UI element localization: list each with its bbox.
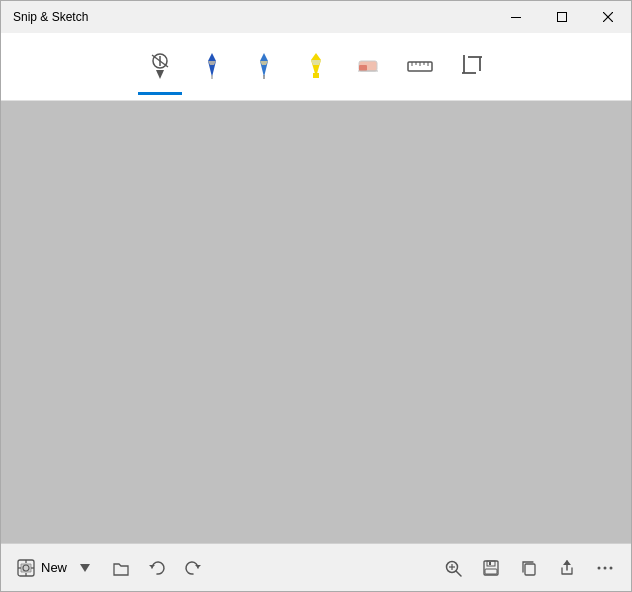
- svg-rect-48: [525, 564, 535, 575]
- crop-tool[interactable]: [450, 39, 494, 95]
- zoom-icon: [444, 559, 462, 577]
- save-button[interactable]: [473, 550, 509, 586]
- highlighter-tool[interactable]: [294, 39, 338, 95]
- ballpoint-pen-tool[interactable]: [190, 39, 234, 95]
- new-dropdown-button[interactable]: [75, 550, 95, 586]
- bottom-bar: New: [1, 543, 631, 591]
- svg-rect-46: [485, 569, 497, 574]
- redo-button[interactable]: [175, 550, 211, 586]
- right-controls: [435, 550, 623, 586]
- canvas-area: [1, 101, 631, 543]
- minimize-button[interactable]: [493, 1, 539, 33]
- more-button[interactable]: [587, 550, 623, 586]
- svg-marker-38: [149, 565, 155, 568]
- redo-icon: [184, 559, 202, 577]
- share-button[interactable]: [549, 550, 585, 586]
- svg-point-52: [604, 566, 607, 569]
- app-title: Snip & Sketch: [13, 10, 88, 24]
- touch-write-icon: [146, 51, 174, 79]
- pencil-icon: [250, 51, 278, 79]
- open-icon: [112, 559, 130, 577]
- eraser-icon: [354, 51, 382, 79]
- crop-icon: [458, 51, 486, 79]
- svg-line-41: [456, 571, 461, 576]
- pencil-tool[interactable]: [242, 39, 286, 95]
- window-controls: [493, 1, 631, 33]
- svg-rect-16: [313, 73, 319, 78]
- svg-rect-47: [489, 562, 491, 565]
- save-icon: [482, 559, 500, 577]
- dropdown-chevron-icon: [80, 564, 90, 572]
- svg-point-53: [610, 566, 613, 569]
- eraser-tool[interactable]: [346, 39, 390, 95]
- svg-marker-39: [195, 565, 201, 568]
- new-label: New: [41, 560, 67, 575]
- more-icon: [596, 559, 614, 577]
- highlighter-icon: [302, 51, 330, 79]
- undo-button[interactable]: [139, 550, 175, 586]
- new-button[interactable]: New: [9, 550, 75, 586]
- new-snip-icon: [17, 559, 35, 577]
- undo-icon: [148, 559, 166, 577]
- svg-marker-37: [80, 564, 90, 572]
- close-button[interactable]: [585, 1, 631, 33]
- ruler-tool[interactable]: [398, 39, 442, 95]
- open-button[interactable]: [103, 550, 139, 586]
- maximize-button[interactable]: [539, 1, 585, 33]
- title-bar: Snip & Sketch: [1, 1, 631, 33]
- ruler-icon: [406, 51, 434, 79]
- ballpoint-pen-icon: [198, 51, 226, 79]
- new-button-group: New: [9, 550, 95, 586]
- share-icon: [558, 559, 576, 577]
- copy-icon: [520, 559, 538, 577]
- touch-write-tool[interactable]: [138, 39, 182, 95]
- copy-button[interactable]: [511, 550, 547, 586]
- svg-rect-1: [558, 13, 567, 22]
- svg-marker-50: [563, 560, 571, 565]
- svg-marker-6: [156, 70, 164, 79]
- svg-rect-0: [511, 17, 521, 18]
- toolbar: [1, 33, 631, 101]
- zoom-button[interactable]: [435, 550, 471, 586]
- svg-point-51: [598, 566, 601, 569]
- svg-rect-18: [359, 65, 367, 71]
